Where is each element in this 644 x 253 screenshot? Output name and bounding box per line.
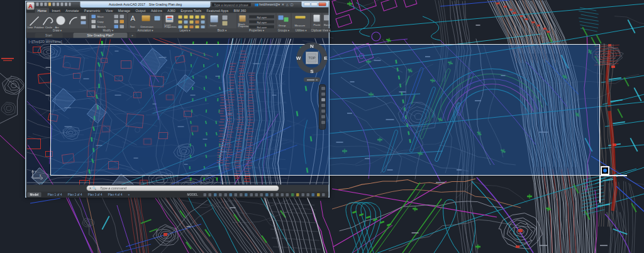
svg-text:X: X — [40, 174, 42, 177]
svg-text:TOP: TOP — [309, 56, 316, 60]
svg-text:Y: Y — [35, 171, 36, 174]
svg-text:W: W — [296, 55, 301, 61]
svg-text:E: E — [324, 55, 328, 61]
svg-text:N: N — [310, 43, 314, 49]
svg-text:S: S — [310, 69, 314, 74]
